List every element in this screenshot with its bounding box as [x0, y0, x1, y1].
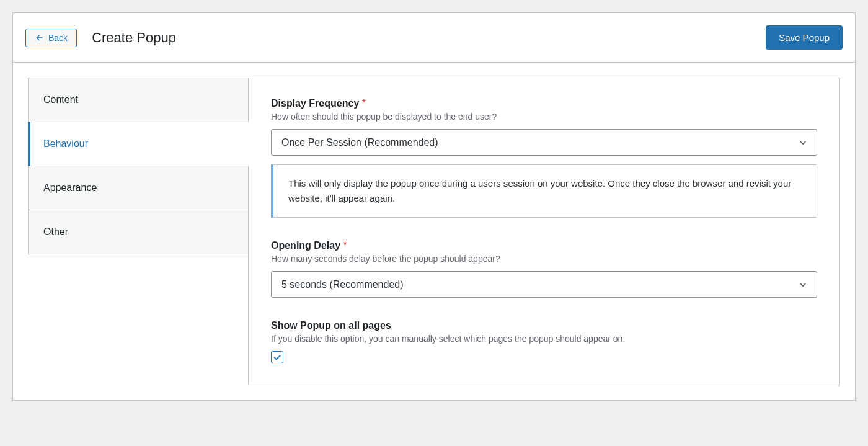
field-label: Opening Delay * — [271, 240, 817, 251]
back-button-label: Back — [48, 33, 68, 43]
field-label: Show Popup on all pages — [271, 320, 817, 331]
page-title: Create Popup — [92, 30, 176, 46]
info-notice: This will only display the popup once du… — [271, 164, 817, 218]
check-icon — [272, 352, 282, 362]
tab-behaviour[interactable]: Behaviour — [28, 122, 249, 166]
arrow-left-icon — [35, 33, 45, 43]
tab-appearance[interactable]: Appearance — [28, 166, 249, 210]
field-opening-delay: Opening Delay * How many seconds delay b… — [271, 240, 817, 298]
tab-list: Content Behaviour Appearance Other — [28, 78, 249, 385]
field-label: Display Frequency * — [271, 98, 817, 109]
required-mark: * — [343, 240, 347, 251]
field-display-frequency: Display Frequency * How often should thi… — [271, 98, 817, 218]
checkbox-wrap — [271, 351, 817, 365]
select-opening-delay-wrap: 5 seconds (Recommended) — [271, 271, 817, 298]
select-opening-delay[interactable]: 5 seconds (Recommended) — [271, 271, 817, 298]
save-button[interactable]: Save Popup — [766, 25, 843, 50]
panel-body: Content Behaviour Appearance Other Displ… — [13, 63, 855, 400]
required-mark: * — [362, 98, 366, 109]
field-help: If you disable this option, you can manu… — [271, 334, 817, 344]
label-text: Opening Delay — [271, 240, 340, 251]
select-display-frequency[interactable]: Once Per Session (Recommended) — [271, 129, 817, 156]
field-help: How many seconds delay before the popup … — [271, 254, 817, 264]
tab-content[interactable]: Content — [28, 78, 249, 122]
label-text: Display Frequency — [271, 98, 359, 109]
tab-panel-behaviour: Display Frequency * How often should thi… — [248, 78, 840, 385]
main-panel: Back Create Popup Save Popup Content Beh… — [12, 12, 856, 401]
tab-other[interactable]: Other — [28, 210, 249, 254]
field-show-all-pages: Show Popup on all pages If you disable t… — [271, 320, 817, 365]
field-help: How often should this popup be displayed… — [271, 112, 817, 122]
back-button[interactable]: Back — [25, 29, 77, 47]
select-display-frequency-wrap: Once Per Session (Recommended) — [271, 129, 817, 156]
checkbox-show-all-pages[interactable] — [271, 351, 283, 363]
panel-header: Back Create Popup Save Popup — [13, 13, 855, 63]
